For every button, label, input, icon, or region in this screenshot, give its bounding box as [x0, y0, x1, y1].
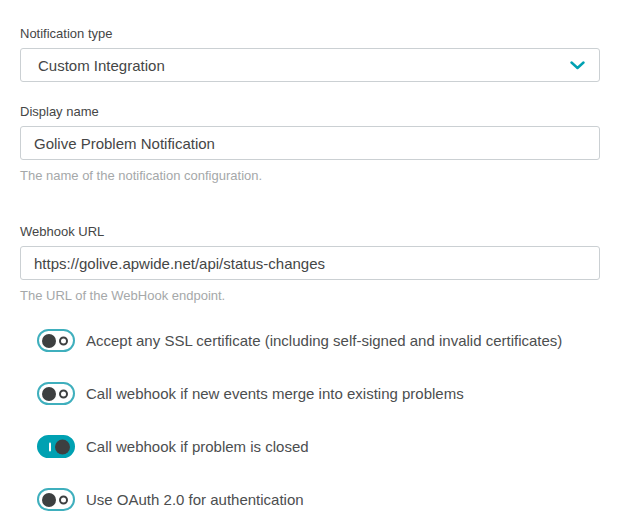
display-name-input[interactable] — [20, 126, 600, 160]
toggle-row-accept-ssl: Accept any SSL certificate (including se… — [37, 329, 600, 352]
webhook-url-field: Webhook URL The URL of the WebHook endpo… — [20, 224, 600, 304]
toggle-options-list: Accept any SSL certificate (including se… — [20, 329, 600, 511]
problem-closed-toggle[interactable] — [37, 435, 75, 458]
merge-events-toggle-label: Call webhook if new events merge into ex… — [86, 384, 464, 403]
webhook-url-helper-text: The URL of the WebHook endpoint. — [20, 288, 600, 304]
toggle-row-oauth: Use OAuth 2.0 for authentication — [37, 488, 600, 511]
accept-ssl-toggle-label: Accept any SSL certificate (including se… — [86, 331, 562, 350]
toggle-row-merge-events: Call webhook if new events merge into ex… — [37, 382, 600, 405]
chevron-down-icon — [570, 61, 585, 70]
display-name-helper-text: The name of the notification configurati… — [20, 168, 600, 184]
notification-type-field: Notification type Custom Integration — [20, 26, 600, 82]
oauth-toggle[interactable] — [37, 488, 75, 511]
problem-closed-toggle-label: Call webhook if problem is closed — [86, 437, 309, 456]
notification-type-label: Notification type — [20, 26, 600, 42]
oauth-toggle-label: Use OAuth 2.0 for authentication — [86, 490, 304, 509]
webhook-url-input[interactable] — [20, 246, 600, 280]
merge-events-toggle[interactable] — [37, 382, 75, 405]
notification-type-selected-value: Custom Integration — [38, 57, 165, 74]
accept-ssl-toggle[interactable] — [37, 329, 75, 352]
display-name-field: Display name The name of the notificatio… — [20, 104, 600, 184]
display-name-label: Display name — [20, 104, 600, 120]
notification-settings-form: Notification type Custom Integration Dis… — [0, 0, 625, 511]
toggle-row-problem-closed: Call webhook if problem is closed — [37, 435, 600, 458]
notification-type-select[interactable]: Custom Integration — [20, 48, 600, 82]
webhook-url-label: Webhook URL — [20, 224, 600, 240]
